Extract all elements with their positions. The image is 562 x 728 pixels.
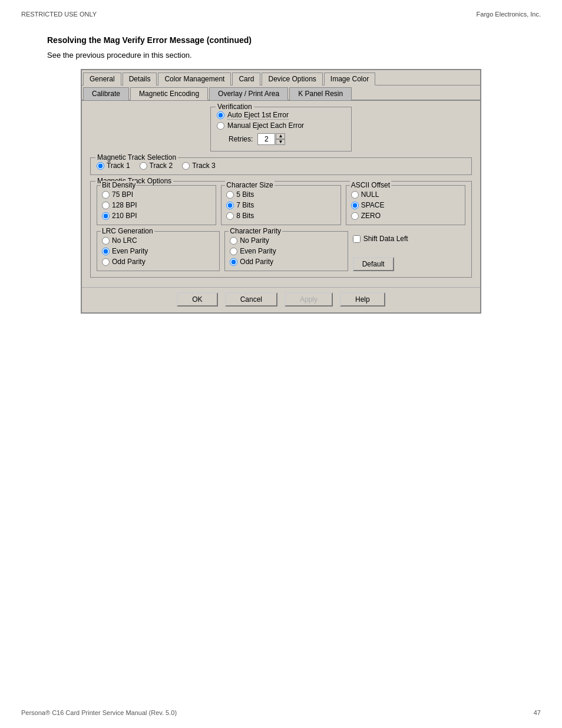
ok-button[interactable]: OK [177,292,217,307]
no-parity-row[interactable]: No Parity [230,236,342,245]
track1-radio[interactable] [97,162,104,170]
track-radio-row: Track 1 Track 2 Track 3 [97,162,465,170]
bpi210-row[interactable]: 210 BPI [102,212,211,220]
even-parity-row[interactable]: Even Parity [230,247,342,255]
character-size-group: Character Size 5 Bits 7 Bits 8 Bits [221,185,340,225]
manual-eject-row[interactable]: Manual Eject Each Error [217,121,342,130]
character-parity-label: Character Parity [229,227,282,235]
lrc-odd-row[interactable]: Odd Parity [102,258,214,266]
character-parity-group: Character Parity No Parity Even Parity O… [224,231,348,271]
no-lrc-radio[interactable] [102,237,110,245]
odd-parity-radio[interactable] [230,258,237,266]
cancel-button[interactable]: Cancel [225,292,277,307]
zero-row[interactable]: ZERO [351,212,460,220]
bit-density-group: Bit Density 75 BPI 128 BPI 210 BPI [97,185,216,225]
tab-color-management[interactable]: Color Management [158,73,231,85]
bit-density-label: Bit Density [101,181,137,189]
no-lrc-row[interactable]: No LRC [102,236,214,245]
tab-calibrate[interactable]: Calibrate [83,87,129,100]
track2-radio[interactable] [140,162,147,170]
even-parity-radio[interactable] [230,248,237,255]
no-lrc-label: No LRC [112,236,137,245]
track2-item[interactable]: Track 2 [140,162,173,170]
zero-radio[interactable] [351,212,359,220]
7bits-row[interactable]: 7 Bits [226,201,335,209]
lrc-odd-label: Odd Parity [112,258,146,266]
retries-row: Retries: ▲ ▼ [217,133,342,145]
track2-label: Track 2 [150,162,173,170]
dialog-body: Verification Auto Eject 1st Error Manual… [82,101,480,287]
help-button[interactable]: Help [340,292,385,307]
bpi75-label: 75 BPI [112,190,133,199]
track3-label: Track 3 [192,162,216,170]
tab-device-options[interactable]: Device Options [262,73,322,85]
lrc-odd-radio[interactable] [102,258,110,266]
tab-general[interactable]: General [83,73,121,85]
options-lower: LRC Generation No LRC Even Parity Odd Pa… [97,231,465,271]
default-button[interactable]: Default [353,257,394,271]
track3-item[interactable]: Track 3 [182,162,216,170]
8bits-radio[interactable] [226,212,234,220]
bpi75-radio[interactable] [102,191,110,199]
zero-label: ZERO [361,212,381,220]
bpi128-label: 128 BPI [112,201,137,209]
track-options-group: Magnetic Track Options Bit Density 75 BP… [90,181,472,278]
spin-buttons: ▲ ▼ [276,133,285,145]
section-title: Resolving the Mag Verify Error Message (… [47,35,515,45]
shift-data-left-row[interactable]: Shift Data Left [353,235,465,243]
ascii-offset-group: ASCII Offset NULL SPACE ZERO [346,185,465,225]
company-label: Fargo Electronics, Inc. [477,11,541,18]
tab-magnetic-encoding[interactable]: Magnetic Encoding [130,87,208,100]
auto-eject-row[interactable]: Auto Eject 1st Error [217,111,342,119]
spin-down-button[interactable]: ▼ [276,139,285,145]
retries-spinbox[interactable]: ▲ ▼ [257,133,285,145]
space-row[interactable]: SPACE [351,201,460,209]
lrc-even-row[interactable]: Even Parity [102,247,214,255]
null-radio[interactable] [351,191,359,199]
null-row[interactable]: NULL [351,190,460,199]
bpi128-radio[interactable] [102,202,110,209]
options-inner: Bit Density 75 BPI 128 BPI 210 BPI [97,185,465,225]
dialog-footer: OK Cancel Apply Help [82,287,480,312]
track3-radio[interactable] [182,162,190,170]
auto-eject-radio[interactable] [217,111,224,119]
space-radio[interactable] [351,202,359,209]
verification-group: Verification Auto Eject 1st Error Manual… [210,107,352,151]
retries-input[interactable] [257,133,275,145]
tab-details[interactable]: Details [123,73,157,85]
tab-k-panel-resin[interactable]: K Panel Resin [289,87,352,100]
shift-default-area: Shift Data Left Default [353,231,465,271]
retries-label: Retries: [229,135,253,143]
space-label: SPACE [361,201,385,209]
bpi210-radio[interactable] [102,212,110,220]
lrc-even-label: Even Parity [112,247,148,255]
shift-data-left-checkbox[interactable] [353,235,361,243]
track1-label: Track 1 [107,162,130,170]
no-parity-radio[interactable] [230,237,237,245]
8bits-row[interactable]: 8 Bits [226,212,335,220]
bpi75-row[interactable]: 75 BPI [102,190,211,199]
shift-data-left-label: Shift Data Left [363,235,408,243]
manual-eject-radio[interactable] [217,122,224,130]
odd-parity-row[interactable]: Odd Parity [230,258,342,266]
5bits-radio[interactable] [226,191,234,199]
footer-right: 47 [534,709,541,716]
even-parity-label: Even Parity [240,247,276,255]
7bits-radio[interactable] [226,202,234,209]
ascii-offset-label: ASCII Offset [350,181,391,189]
manual-eject-label: Manual Eject Each Error [227,121,304,130]
track1-item[interactable]: Track 1 [97,162,130,170]
tab-image-color[interactable]: Image Color [324,73,375,85]
bpi128-row[interactable]: 128 BPI [102,201,211,209]
verification-label: Verification [216,103,254,111]
lrc-generation-label: LRC Generation [101,227,154,235]
5bits-row[interactable]: 5 Bits [226,190,335,199]
lrc-even-radio[interactable] [102,248,110,255]
character-size-label: Character Size [225,181,274,189]
tab-overlay-print-area[interactable]: Overlay / Print Area [209,87,288,100]
tab-card[interactable]: Card [232,73,260,85]
auto-eject-label: Auto Eject 1st Error [227,111,289,119]
spin-up-button[interactable]: ▲ [276,133,285,139]
dialog-window: General Details Color Management Card De… [81,69,481,314]
apply-button[interactable]: Apply [285,292,333,307]
